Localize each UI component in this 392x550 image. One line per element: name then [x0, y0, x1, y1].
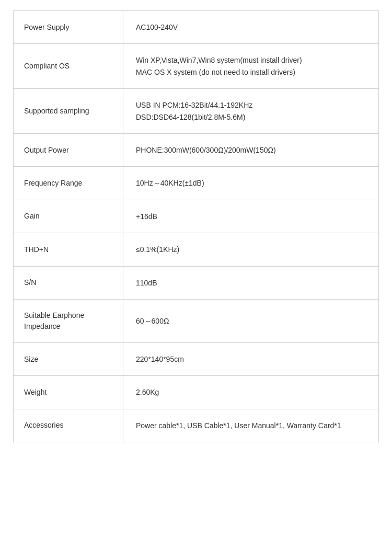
spec-label: THD+N: [14, 233, 123, 266]
spec-value: AC100-240V: [123, 11, 378, 43]
table-row: Size220*140*95cm: [14, 343, 378, 376]
table-row: S/N110dB: [14, 267, 378, 300]
table-row: THD+N≤0.1%(1KHz): [14, 233, 378, 266]
spec-value: 220*140*95cm: [123, 343, 378, 375]
spec-value: 10Hz～40KHz(±1dB): [123, 167, 378, 199]
spec-label: Compliant OS: [14, 44, 123, 88]
spec-table: Power SupplyAC100-240VCompliant OSWin XP…: [13, 10, 379, 442]
table-row: Supported samplingUSB IN PCM:16-32Bit/44…: [14, 89, 378, 134]
spec-value: PHONE:300mW(600/300Ω)/200mW(150Ω): [123, 134, 378, 166]
spec-label: Power Supply: [14, 11, 123, 43]
spec-label: S/N: [14, 267, 123, 299]
table-row: Compliant OSWin XP,Vista,Win7,Win8 syste…: [14, 44, 378, 89]
spec-value: 110dB: [123, 267, 378, 299]
spec-label: Accessories: [14, 409, 123, 442]
spec-label: Output Power: [14, 134, 123, 166]
spec-label: Weight: [14, 376, 123, 408]
spec-label: Suitable Earphone Impedance: [14, 300, 123, 342]
spec-value: ≤0.1%(1KHz): [123, 233, 378, 266]
spec-value: +16dB: [123, 200, 378, 233]
spec-value: 60～600Ω: [123, 300, 378, 342]
spec-value: Power cable*1, USB Cable*1, User Manual*…: [123, 409, 378, 442]
table-row: Power SupplyAC100-240V: [14, 11, 378, 44]
spec-label: Supported sampling: [14, 89, 123, 133]
table-row: Frequency Range10Hz～40KHz(±1dB): [14, 167, 378, 200]
table-row: Gain+16dB: [14, 200, 378, 233]
spec-label: Gain: [14, 200, 123, 233]
spec-label: Size: [14, 343, 123, 375]
table-row: Weight2.60Kg: [14, 376, 378, 409]
spec-label: Frequency Range: [14, 167, 123, 199]
table-row: AccessoriesPower cable*1, USB Cable*1, U…: [14, 409, 378, 442]
spec-value: USB IN PCM:16-32Bit/44.1-192KHz DSD:DSD6…: [123, 89, 378, 133]
table-row: Output PowerPHONE:300mW(600/300Ω)/200mW(…: [14, 134, 378, 167]
table-row: Suitable Earphone Impedance60～600Ω: [14, 300, 378, 343]
spec-value: Win XP,Vista,Win7,Win8 system(must insta…: [123, 44, 378, 88]
spec-value: 2.60Kg: [123, 376, 378, 408]
